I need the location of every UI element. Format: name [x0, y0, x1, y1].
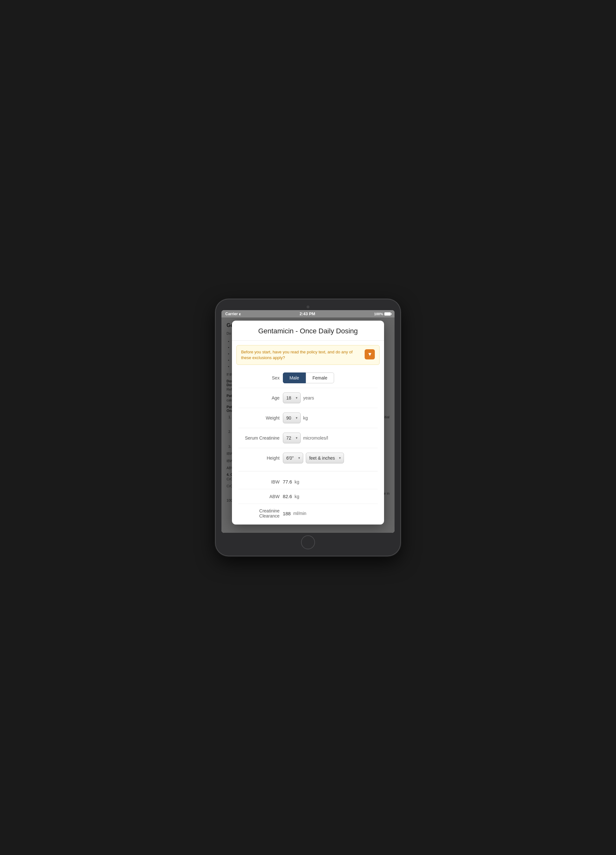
- creatinine-label: Serum Creatinine: [238, 435, 280, 441]
- weight-row: Weight 90 kg: [238, 408, 378, 428]
- creatinine-input-area: 72 micromoles/l: [283, 433, 378, 443]
- height-unit-select[interactable]: feet & inches cm: [306, 453, 344, 463]
- sex-label: Sex: [238, 375, 280, 380]
- sex-female-button[interactable]: Female: [306, 372, 334, 383]
- weight-label: Weight: [238, 415, 280, 420]
- status-left: Carrier 𝛆: [225, 312, 241, 316]
- ibw-value-area: 77.6 kg: [283, 479, 378, 484]
- home-button[interactable]: [301, 535, 315, 549]
- battery-label: 100%: [374, 312, 383, 316]
- crcl-label: Creatinine Clearance: [238, 508, 280, 518]
- abw-value: 82.6: [283, 494, 292, 499]
- creatinine-unit: micromoles/l: [303, 435, 328, 441]
- camera: [307, 306, 309, 308]
- height-row: Height 6'0" feet & inches: [238, 448, 378, 468]
- warning-banner: Before you start, have you read the poli…: [236, 345, 380, 365]
- warning-expand-button[interactable]: ▼: [365, 349, 375, 359]
- battery-icon: [385, 313, 391, 316]
- age-select-wrapper: 18: [283, 392, 301, 403]
- ipad-screen: Carrier 𝛆 2:43 PM 100% Gentami Do NOT us…: [221, 310, 395, 533]
- height-label: Height: [238, 455, 280, 461]
- age-row: Age 18 years: [238, 388, 378, 408]
- height-value-select[interactable]: 6'0": [283, 453, 303, 463]
- height-value-select-wrapper: 6'0": [283, 453, 303, 463]
- weight-input-area: 90 kg: [283, 412, 378, 423]
- crcl-unit: ml/min: [293, 511, 306, 516]
- sex-row: Sex Male Female: [238, 368, 378, 388]
- creatinine-select[interactable]: 72: [283, 433, 301, 443]
- weight-unit: kg: [303, 415, 308, 420]
- creatinine-select-wrapper: 72: [283, 433, 301, 443]
- crcl-value-area: 188 ml/min: [283, 511, 378, 516]
- modal-title: Gentamicin - Once Daily Dosing: [238, 327, 378, 335]
- carrier-label: Carrier: [225, 312, 238, 316]
- status-time: 2:43 PM: [300, 311, 315, 316]
- sex-input-area: Male Female: [283, 372, 378, 383]
- height-input-area: 6'0" feet & inches cm: [283, 453, 378, 463]
- status-right: 100%: [374, 312, 391, 316]
- age-input-area: 18 years: [283, 392, 378, 403]
- sex-toggle: Male Female: [283, 372, 334, 383]
- age-select[interactable]: 18: [283, 392, 301, 403]
- abw-row: ABW 82.6 kg: [238, 489, 378, 504]
- ibw-label: IBW: [238, 480, 280, 484]
- wifi-icon: 𝛆: [239, 312, 241, 316]
- abw-unit: kg: [295, 494, 299, 499]
- weight-select-wrapper: 90: [283, 412, 301, 423]
- sex-male-button[interactable]: Male: [283, 372, 306, 383]
- height-unit-select-wrapper: feet & inches cm: [306, 453, 344, 463]
- modal-header: Gentamicin - Once Daily Dosing: [232, 320, 385, 341]
- ipad-device: Carrier 𝛆 2:43 PM 100% Gentami Do NOT us…: [216, 299, 400, 556]
- crcl-value: 188: [283, 511, 291, 516]
- abw-value-area: 82.6 kg: [283, 494, 378, 499]
- ibw-unit: kg: [295, 480, 299, 484]
- ibw-value: 77.6: [283, 479, 292, 484]
- crcl-row: Creatinine Clearance 188 ml/min: [238, 504, 378, 523]
- status-bar: Carrier 𝛆 2:43 PM 100%: [221, 310, 395, 317]
- modal-overlay: Gentamicin - Once Daily Dosing Before yo…: [221, 317, 395, 533]
- age-label: Age: [238, 395, 280, 400]
- modal-dialog: Gentamicin - Once Daily Dosing Before yo…: [232, 320, 385, 524]
- ibw-row: IBW 77.6 kg: [238, 475, 378, 489]
- calculated-section: IBW 77.6 kg ABW 82.6 kg: [232, 471, 385, 524]
- warning-text: Before you start, have you read the poli…: [241, 349, 362, 361]
- weight-select[interactable]: 90: [283, 412, 301, 423]
- screen-content: Gentami Do NOT use conventional regime i…: [221, 317, 395, 533]
- abw-label: ABW: [238, 494, 280, 499]
- creatinine-row: Serum Creatinine 72 micromoles/l: [238, 428, 378, 448]
- age-unit: years: [303, 395, 314, 400]
- form-section: Sex Male Female Age: [232, 365, 385, 471]
